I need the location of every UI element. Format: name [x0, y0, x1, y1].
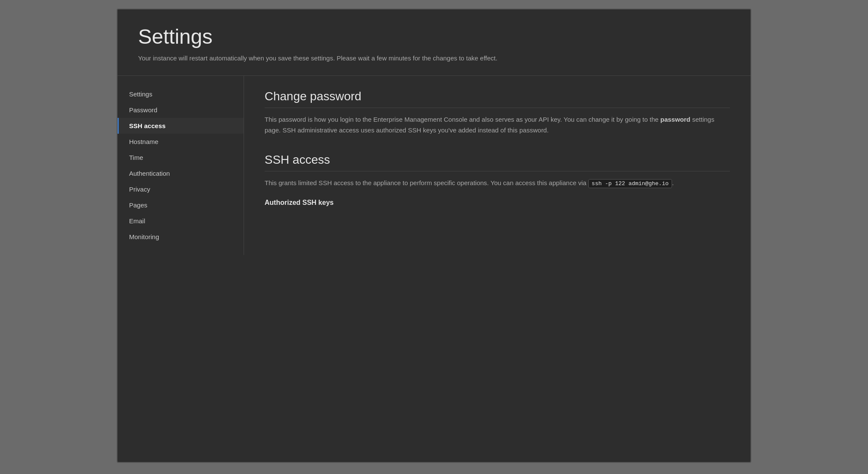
sidebar-item-pages[interactable]: Pages — [118, 197, 244, 213]
ssh-access-body: This grants limited SSH access to the ap… — [265, 177, 730, 189]
change-password-title: Change password — [265, 90, 730, 108]
sidebar-item-time[interactable]: Time — [118, 150, 244, 165]
content-area: SettingsPasswordSSH accessHostnameTimeAu… — [118, 76, 750, 255]
sidebar-item-hostname[interactable]: Hostname — [118, 134, 244, 150]
page-header: Settings Your instance will restart auto… — [118, 9, 750, 76]
header-subtitle: Your instance will restart automatically… — [138, 54, 730, 63]
sidebar-item-monitoring[interactable]: Monitoring — [118, 229, 244, 245]
password-link[interactable]: password — [660, 116, 690, 123]
ssh-access-section: SSH access This grants limited SSH acces… — [265, 153, 730, 207]
page-title: Settings — [138, 25, 730, 48]
change-password-body: This password is how you login to the En… — [265, 114, 730, 136]
sidebar-item-authentication[interactable]: Authentication — [118, 165, 244, 181]
sidebar-item-password[interactable]: Password — [118, 102, 244, 118]
ssh-access-title: SSH access — [265, 153, 730, 171]
authorized-ssh-keys-title: Authorized SSH keys — [265, 199, 730, 207]
change-password-section: Change password This password is how you… — [265, 90, 730, 136]
sidebar-item-ssh-access[interactable]: SSH access — [118, 118, 244, 134]
sidebar: SettingsPasswordSSH accessHostnameTimeAu… — [118, 76, 244, 255]
sidebar-item-privacy[interactable]: Privacy — [118, 181, 244, 197]
settings-window: Settings Your instance will restart auto… — [117, 9, 751, 463]
main-content: Change password This password is how you… — [244, 76, 750, 255]
sidebar-item-email[interactable]: Email — [118, 213, 244, 229]
sidebar-item-settings[interactable]: Settings — [118, 86, 244, 102]
ssh-command: ssh -p 122 admin@ghe.io — [588, 179, 672, 188]
